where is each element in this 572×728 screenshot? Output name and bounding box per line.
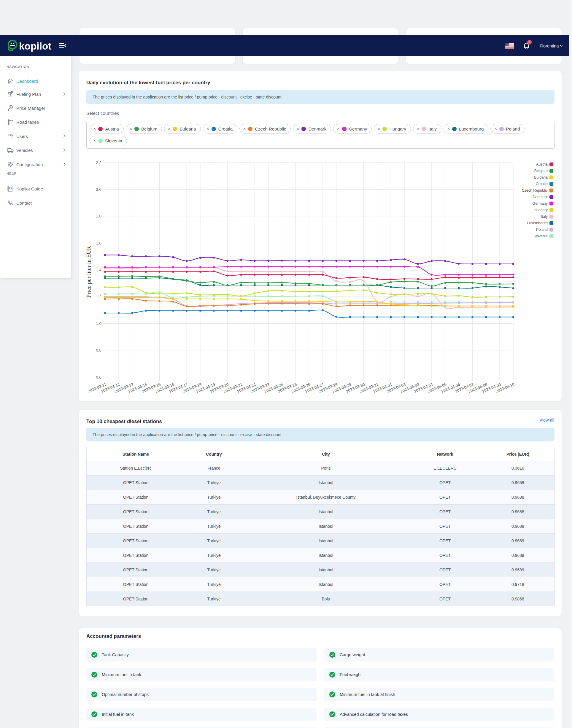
- svg-text:2.2: 2.2: [96, 160, 101, 165]
- svg-text:Luxembourg: Luxembourg: [527, 221, 548, 225]
- svg-text:1.2: 1.2: [96, 295, 101, 299]
- svg-text:1.0: 1.0: [96, 321, 101, 326]
- svg-text:Slovenia: Slovenia: [533, 234, 548, 238]
- svg-text:Czech Republic: Czech Republic: [521, 189, 548, 193]
- svg-text:€: €: [10, 106, 12, 108]
- svg-text:1.4: 1.4: [96, 268, 101, 272]
- svg-text:Price per liter in EUR: Price per liter in EUR: [85, 246, 92, 298]
- svg-text:Denmark: Denmark: [532, 195, 548, 199]
- svg-text:1.6: 1.6: [96, 241, 101, 245]
- svg-text:Belgium: Belgium: [534, 169, 548, 173]
- svg-text:Bulgaria: Bulgaria: [534, 175, 548, 179]
- svg-text:Italy: Italy: [541, 215, 548, 219]
- svg-text:2.0: 2.0: [96, 187, 101, 192]
- svg-text:0.6: 0.6: [96, 375, 101, 379]
- svg-text:1.8: 1.8: [96, 214, 101, 218]
- svg-text:Germany: Germany: [532, 202, 548, 206]
- svg-text:Croatia: Croatia: [536, 182, 548, 186]
- svg-text:0.8: 0.8: [96, 348, 101, 352]
- svg-text:Hungary: Hungary: [534, 208, 548, 212]
- svg-text:Austria: Austria: [536, 162, 548, 166]
- svg-text:Poland: Poland: [536, 227, 548, 232]
